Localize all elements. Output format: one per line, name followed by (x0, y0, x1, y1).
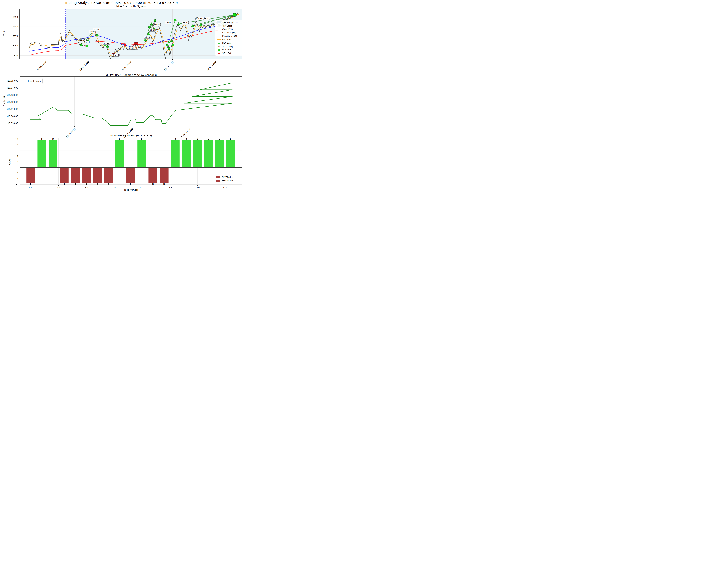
trade-pnl-annotation: $-5.40 (93, 28, 100, 31)
trade-pnl-annotation: $9.60 (149, 29, 156, 32)
trade-pnl-annotation: $9.60 (203, 17, 210, 20)
legend-item-test-start: Test Start (217, 24, 242, 28)
pnl-xtick-label: 10.0 (139, 186, 144, 189)
pnl-chart-title: Individual Trade P&L (Buy vs Sell) (20, 134, 242, 137)
trade-side-label: B (219, 138, 220, 140)
legend-item-sell-trades: SELL Trades (216, 179, 242, 182)
trade-side-label: B (30, 183, 32, 185)
price-ytick-label: 3950 (0, 54, 18, 56)
trade-pnl-annotation: $-5.40 (153, 23, 160, 26)
price-ytick-label: 3960 (0, 45, 18, 47)
pnl-xtick-label: 5.0 (85, 186, 88, 189)
pnl-bar (60, 167, 69, 183)
legend-item-buy-entry: ▲BUY Entry (217, 41, 242, 45)
trade-side-label: B (63, 183, 65, 185)
legend-item-initial-equity: Initial Equity (23, 79, 41, 83)
pnl-bar (226, 140, 235, 167)
pnl-ytick-label: -6 (0, 183, 18, 185)
ema-pull-swatch (217, 40, 221, 40)
equity-ytick-label: $9,990.00 (0, 122, 18, 125)
legend-item-ema-fast: EMA Fast (50) (217, 31, 242, 34)
pnl-legend: BUY Trades SELL Trades (215, 174, 243, 183)
equity-chart-title: Equity Curve (Zoomed to Show Changes) (20, 74, 242, 77)
trade-side-label: S (86, 183, 87, 185)
trade-side-label: S (97, 183, 98, 185)
equity-ytick-label: $10,030.00 (0, 94, 18, 96)
trade-side-label: B (197, 138, 198, 140)
trade-side-label: B (52, 138, 54, 140)
trade-pnl-annotation: $9.60 (144, 36, 151, 39)
pnl-bar (215, 140, 224, 167)
pnl-bar (93, 167, 102, 183)
buy-exit-marker (168, 47, 170, 49)
final-buy-exit-marker (233, 13, 236, 17)
pnl-xtick-label: 12.5 (167, 186, 172, 189)
legend-item-buy-trades: BUY Trades (216, 176, 242, 179)
charts-canvas (0, 0, 243, 192)
pnl-ytick-label: 4 (0, 155, 18, 157)
equity-plot-border (20, 77, 242, 126)
trade-side-label: B (75, 183, 76, 185)
buy-entry-icon: ▲ (217, 42, 221, 44)
initial-equity-swatch (23, 81, 27, 81)
trade-side-label: B (208, 138, 209, 140)
trade-side-label: B (141, 138, 142, 140)
equity-ytick-label: $10,050.00 (0, 80, 18, 82)
pnl-bar (26, 167, 35, 183)
pnl-ytick-label: -4 (0, 178, 18, 180)
buy-exit-marker (154, 19, 156, 22)
trading-analysis-figure: Trading Analysis: XAUUSDm (2025-10-07 00… (0, 0, 243, 192)
pnl-bar (171, 140, 180, 167)
pnl-bar (71, 167, 80, 183)
pnl-bar (49, 140, 57, 167)
price-ytick-label: 3980 (0, 25, 18, 28)
pnl-bar (160, 167, 168, 183)
figure-title: Trading Analysis: XAUUSDm (2025-10-07 00… (0, 1, 243, 5)
legend-item-sell-entry: ▼SELL Entry (217, 45, 242, 48)
price-ytick-label: 3970 (0, 35, 18, 37)
pnl-xtick-label: 17.5 (223, 186, 228, 189)
sell-entry-icon: ▼ (217, 45, 221, 48)
pnl-xtick-label: 0.0 (29, 186, 32, 189)
buy-exit-marker (174, 19, 176, 21)
trade-pnl-annotation: $ (196, 17, 198, 20)
buy-trades-swatch (216, 176, 220, 178)
buy-exit-marker (172, 44, 174, 46)
trade-pnl-annotation: $-5.40 (103, 42, 110, 45)
pnl-xtick-label: 2.5 (57, 186, 60, 189)
pnl-xtick-label: 15.0 (195, 186, 200, 189)
sell-trades-swatch (216, 180, 220, 182)
buy-exit-marker (149, 26, 151, 28)
pnl-ytick-label: -2 (0, 172, 18, 174)
trade-side-label: S (108, 183, 109, 185)
sell-exit-icon: ● (217, 52, 221, 54)
pnl-xtick-label: 7.5 (112, 186, 116, 189)
trade-pnl-annotation: $9.60 (182, 21, 189, 24)
equity-ytick-label: $10,000.00 (0, 115, 18, 117)
legend-item-sell-exit: ●SELL Exit (217, 51, 242, 55)
pnl-ytick-label: 8 (0, 143, 18, 146)
sell-exit-marker (136, 42, 138, 45)
trade-side-label: B (186, 138, 187, 140)
sell-exit-marker (124, 44, 126, 46)
equity-ytick-label: $10,010.00 (0, 108, 18, 110)
ema-fast-swatch (217, 32, 221, 33)
pnl-bar (37, 140, 46, 167)
pnl-bar (137, 140, 146, 167)
legend-item-ema-slow: EMA Slow (89) (217, 34, 242, 38)
buy-exit-icon: ● (217, 49, 221, 51)
test-start-swatch (217, 26, 221, 26)
pnl-ytick-label: 0 (0, 166, 18, 168)
pnl-ytick-label: 2 (0, 160, 18, 163)
legend-item-ema-pull: EMA Pull (8) (217, 38, 242, 41)
trade-side-label: B (163, 183, 165, 185)
pnl-bar (204, 140, 213, 167)
trade-pnl-annotation: $-5.40 (112, 54, 119, 56)
trade-side-label: B (130, 183, 132, 185)
trade-side-label: B (174, 138, 176, 140)
legend-item-test-period: Test Period (217, 21, 242, 24)
pnl-xlabel: Trade Number (20, 189, 242, 191)
equity-ytick-label: $10,040.00 (0, 87, 18, 89)
buy-exit-marker (96, 34, 98, 36)
pnl-bar (104, 167, 113, 183)
